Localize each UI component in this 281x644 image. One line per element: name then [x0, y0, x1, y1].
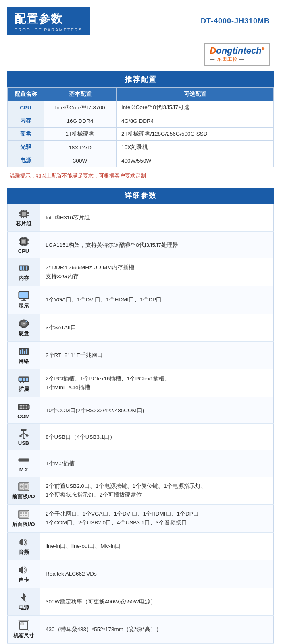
svg-point-78	[24, 408, 25, 409]
detail-row: CPU LGA1151构架，支持英特尔® 酷睿™8代I3/I5/I7处理器	[8, 232, 274, 258]
recommend-row-optional: Intel®Core™8代I3/I5/I7可选	[117, 101, 274, 114]
svg-point-87	[23, 438, 25, 439]
detail-row: 电源 300W额定功率（可更换400W或550W电源）	[8, 588, 274, 616]
detail-row-label: COM	[17, 413, 29, 419]
brand-name: Dongtintech®	[210, 46, 264, 55]
detail-row-value: 3个SATAII口	[40, 314, 274, 342]
svg-point-85	[19, 435, 21, 437]
detail-icon-cell: 音频	[8, 533, 40, 560]
svg-rect-34	[20, 266, 21, 270]
recommend-section: 推荐配置 配置名称 基本配置 可选配置 CPU Intel®Core™I7-87…	[7, 71, 274, 180]
svg-point-64	[19, 407, 21, 408]
svg-rect-102	[20, 512, 22, 514]
detail-icon-cell: 后面板I/O	[8, 505, 40, 533]
svg-rect-46	[21, 300, 26, 301]
memory-icon	[17, 262, 30, 274]
detail-row: 网络 2个RTL8111E千兆网口	[8, 342, 274, 369]
detail-row-label: 前面板I/O	[12, 493, 35, 500]
svg-point-66	[23, 407, 24, 408]
svg-rect-55	[26, 349, 27, 354]
recommend-row-name: CPU	[8, 101, 44, 114]
svg-marker-109	[19, 567, 23, 573]
m2-icon	[17, 454, 30, 466]
detail-row-value: 430（带耳朵483）*552*178mm（宽*深*高））	[40, 616, 274, 644]
detail-row-value: 10个COM口(2个RS232/422/485COM口)	[40, 397, 274, 424]
detail-row-value: Intel®H310芯片组	[40, 204, 274, 232]
detail-row: 后面板I/O 2个千兆网口、1个VGA口、1个DVI口、1个HDMI口、1个DP…	[8, 505, 274, 533]
detail-row-value: 1个VGA口、1个DVI口、1个HDMI口、1个DP口	[40, 286, 274, 314]
header-right: DT-4000-JH310MB	[90, 7, 274, 35]
svg-rect-105	[20, 515, 22, 516]
svg-point-71	[21, 405, 22, 406]
svg-rect-104	[25, 512, 27, 514]
svg-marker-110	[21, 593, 26, 602]
com-icon	[17, 401, 30, 413]
svg-rect-86	[26, 435, 28, 436]
detail-icon-cell: COM	[8, 397, 40, 424]
svg-point-69	[27, 407, 29, 408]
detail-row-value: 300W额定功率（可更换400W或550W电源）	[40, 588, 274, 616]
brand-logo: Dongtintech® — 东田工控 —	[204, 43, 270, 66]
hdd-icon	[17, 318, 30, 329]
svg-rect-117	[21, 623, 24, 625]
header-left: 配置参数 PRODUCT PARAMETERS	[7, 7, 90, 35]
svg-point-50	[25, 321, 27, 322]
brand-chinese: — 东田工控 —	[210, 56, 245, 63]
header: 配置参数 PRODUCT PARAMETERS DT-4000-JH310MB	[7, 7, 274, 35]
detail-table: 芯片组 Intel®H310芯片组	[7, 204, 274, 644]
detail-row-value: LGA1151构架，支持英特尔® 酷睿™8代I3/I5/I7处理器	[40, 232, 274, 258]
detail-row-value: 1个M.2插槽	[40, 450, 274, 477]
recommend-row-basic: 18X DVD	[44, 141, 117, 154]
expand-icon	[17, 374, 30, 385]
svg-rect-38	[26, 266, 27, 270]
recommend-row-basic: 300W	[44, 154, 117, 167]
audio-icon	[17, 537, 30, 548]
logo-area: Dongtintech® — 东田工控 —	[7, 43, 274, 66]
detail-row-label: 芯片组	[16, 220, 31, 227]
svg-rect-44	[19, 292, 28, 298]
recommend-row: 光驱 18X DVD 16X刻录机	[8, 141, 274, 154]
icon-box-display: 显示	[17, 290, 30, 310]
detail-row: 内存 2* DDR4 2666MHz UDIMM内存插槽，支持32G内存	[8, 258, 274, 286]
svg-rect-107	[25, 515, 27, 516]
detail-row: COM 10个COM口(2个RS232/422/485COM口)	[8, 397, 274, 424]
recommend-row-basic: Intel®Core™I7-8700	[44, 101, 117, 114]
recommend-row-optional: 4G/8G DDR4	[117, 114, 274, 128]
recommend-row-name: 内存	[8, 114, 44, 128]
recommend-row-optional: 16X刻录机	[117, 141, 274, 154]
svg-rect-45	[23, 299, 25, 300]
recommend-table: 配置名称 基本配置 可选配置 CPU Intel®Core™I7-8700 In…	[7, 87, 274, 167]
recommend-row: 硬盘 1T机械硬盘 2T机械硬盘/128G/256G/500G SSD	[8, 128, 274, 141]
network-icon	[17, 346, 30, 357]
detail-row: 硬盘 3个SATAII口	[8, 314, 274, 342]
chassis-icon	[17, 620, 30, 631]
svg-rect-106	[23, 515, 24, 516]
svg-rect-58	[23, 378, 25, 381]
chipset-icon	[17, 208, 30, 219]
svg-point-49	[23, 323, 25, 324]
detail-row-label: 音频	[19, 549, 29, 556]
detail-row-value: 2个RTL8111E千兆网口	[40, 342, 274, 369]
svg-point-74	[26, 405, 27, 406]
svg-point-99	[25, 485, 27, 488]
warm-tip: 温馨提示：如以上配置不能满足要求，可根据客户要求定制	[10, 172, 274, 180]
detail-row: 前面板I/O 2个前置USB2.0口、1个电源按键、1个复位键、1个电源指示灯、…	[8, 477, 274, 505]
detail-row-label: 网络	[19, 358, 29, 365]
icon-box-soundcard: 声卡	[17, 564, 30, 584]
detail-row-value: line-in口、line-out口、Mic-in口	[40, 533, 274, 560]
svg-point-73	[24, 405, 25, 406]
recommend-row: 电源 300W 400W/550W	[8, 154, 274, 167]
svg-rect-36	[23, 266, 24, 270]
svg-point-70	[19, 405, 21, 406]
icon-box-memory: 内存	[17, 262, 30, 282]
detail-icon-cell: CPU	[8, 232, 40, 258]
col-header-optional: 可选配置	[117, 88, 274, 101]
icon-box-expand: 扩展	[17, 374, 30, 393]
icon-box-com: COM	[17, 401, 30, 419]
detail-row-label: 后面板I/O	[12, 521, 35, 528]
detail-row-label: 电源	[19, 604, 29, 611]
detail-row: 声卡 Realtek ALC662 VDs	[8, 560, 274, 588]
detail-row: M.2 1个M.2插槽	[8, 450, 274, 477]
detail-icon-cell: 声卡	[8, 560, 40, 588]
recommend-row-name: 硬盘	[8, 128, 44, 141]
